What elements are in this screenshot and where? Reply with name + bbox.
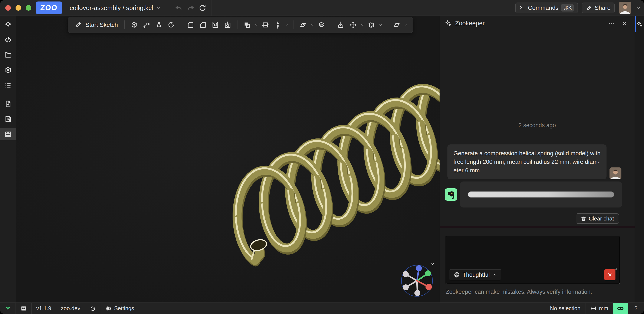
stop-generation-button[interactable] xyxy=(604,269,616,280)
help-button[interactable]: ? xyxy=(628,303,644,314)
site-link[interactable]: zoo.dev xyxy=(56,303,85,314)
pencil-icon xyxy=(74,21,82,28)
share-label: Share xyxy=(594,4,610,11)
chevron-down-icon xyxy=(430,261,435,267)
rail-tab-zookeeper[interactable] xyxy=(635,18,644,31)
pattern-button[interactable] xyxy=(366,20,377,30)
plane-button[interactable] xyxy=(392,20,402,30)
modeling-viewport[interactable]: Start Sketch xyxy=(16,16,440,302)
sidebar-divider xyxy=(0,95,16,95)
chat-composer: Thoughtful Zookeeper can make mistakes. … xyxy=(440,227,635,302)
settings-button[interactable]: Settings xyxy=(101,303,139,314)
gizmo-neg-y-handle[interactable] xyxy=(403,284,409,290)
plane-tool-dropdown-chevron[interactable] xyxy=(404,23,408,27)
pattern-dropdown-chevron[interactable] xyxy=(378,23,383,27)
minimize-window-button[interactable] xyxy=(16,5,21,11)
clear-chat-button[interactable]: Clear chat xyxy=(576,214,619,224)
panel-more-menu-button[interactable] xyxy=(606,18,616,28)
message-timestamp: 2 seconds ago xyxy=(440,122,635,129)
transform-dropdown-chevron[interactable] xyxy=(285,23,289,27)
undo-icon[interactable] xyxy=(175,4,183,12)
gizmo-menu-chevron[interactable] xyxy=(430,261,435,268)
printer-3d-icon xyxy=(4,130,12,138)
user-avatar[interactable] xyxy=(619,2,631,14)
chat-history[interactable]: 2 seconds ago Generate a compression hel… xyxy=(440,31,635,227)
machine-status-button[interactable] xyxy=(16,303,32,314)
chat-input-box[interactable]: Thoughtful xyxy=(446,236,620,284)
start-sketch-label[interactable]: Start Sketch xyxy=(86,22,118,28)
sidebar-item-logs[interactable] xyxy=(0,79,16,92)
network-health-button[interactable] xyxy=(613,303,628,314)
wifi-icon xyxy=(5,305,11,312)
loft-button[interactable] xyxy=(154,20,164,30)
gizmo-neg-x-handle[interactable] xyxy=(403,271,409,277)
user-menu-chevron-icon[interactable] xyxy=(636,5,641,11)
sidebar-item-machine[interactable] xyxy=(0,128,16,140)
app-version[interactable]: v1.1.9 xyxy=(32,303,56,314)
move-button[interactable] xyxy=(348,20,358,30)
units-label: mm xyxy=(599,305,608,312)
feature-tree-icon xyxy=(4,21,12,28)
response-loading-bar xyxy=(468,192,614,198)
chat-input[interactable] xyxy=(448,237,618,263)
helix-button[interactable] xyxy=(316,20,327,30)
zookeeper-header: Zookeeper xyxy=(440,16,635,31)
user-avatar xyxy=(610,168,622,179)
reasoning-mode-selector[interactable]: Thoughtful xyxy=(450,269,501,280)
shell-button[interactable] xyxy=(210,20,221,30)
move-dropdown-chevron[interactable] xyxy=(360,23,364,27)
zoo-logo: ZOO xyxy=(36,2,62,14)
network-status-button[interactable] xyxy=(0,303,16,314)
plane-dropdown-chevron[interactable] xyxy=(310,23,314,27)
chevron-down-icon xyxy=(360,23,364,27)
project-file-menu[interactable]: coilover-assembly / spring.kcl xyxy=(70,4,161,12)
telemetry-button[interactable] xyxy=(85,303,101,314)
sidebar-item-save-export[interactable] xyxy=(0,113,16,125)
selection-status: No selection xyxy=(546,303,585,314)
panel-close-button[interactable] xyxy=(620,18,630,28)
project-file-title: coilover-assembly / spring.kcl xyxy=(70,4,153,12)
zoom-window-button[interactable] xyxy=(26,5,31,11)
share-button[interactable]: Share xyxy=(582,2,614,13)
gizmo-y-handle[interactable] xyxy=(425,270,431,276)
orientation-gizmo[interactable] xyxy=(400,264,434,298)
ai-disclaimer: Zookeeper can make mistakes. Always veri… xyxy=(446,289,592,295)
start-sketch-button[interactable] xyxy=(72,20,83,30)
chevron-up-icon xyxy=(492,272,497,277)
sidebar-item-variables[interactable] xyxy=(0,64,16,76)
extrude-button[interactable] xyxy=(129,20,140,30)
refresh-icon[interactable] xyxy=(198,4,206,12)
chamfer-button[interactable] xyxy=(198,20,208,30)
sidebar-item-feature-tree[interactable] xyxy=(0,18,16,31)
transform-button[interactable] xyxy=(272,20,283,30)
commands-button[interactable]: Commands ⌘K xyxy=(515,2,578,13)
plane-icon xyxy=(393,21,400,28)
offset-plane-icon xyxy=(300,21,307,28)
file-download-icon xyxy=(4,100,12,108)
sidebar-item-kcl-code[interactable] xyxy=(0,34,16,46)
gizmo-neg-z-handle[interactable] xyxy=(414,290,420,296)
boolean-button[interactable] xyxy=(242,20,252,30)
sweep-icon xyxy=(143,21,150,28)
split-button[interactable] xyxy=(260,20,271,30)
sidebar-item-export[interactable] xyxy=(0,98,16,110)
revolve-icon xyxy=(168,21,175,28)
redo-icon[interactable] xyxy=(186,4,195,12)
code-icon xyxy=(4,36,12,44)
revolve-button[interactable] xyxy=(166,20,176,30)
fillet-button[interactable] xyxy=(185,20,196,30)
sweep-button[interactable] xyxy=(141,20,152,30)
boolean-dropdown-chevron[interactable] xyxy=(254,23,258,27)
units-button[interactable]: mm xyxy=(585,303,613,314)
spring-3d-model[interactable] xyxy=(16,16,440,302)
hole-button[interactable] xyxy=(222,20,233,30)
close-window-button[interactable] xyxy=(5,5,11,11)
zookeeper-avatar xyxy=(445,188,457,201)
brain-icon xyxy=(454,272,460,278)
gizmo-x-handle[interactable] xyxy=(426,284,432,290)
insert-button[interactable] xyxy=(336,20,346,30)
offset-plane-button[interactable] xyxy=(298,20,308,30)
ellipsis-icon xyxy=(608,20,614,27)
sidebar-item-project-files[interactable] xyxy=(0,49,16,61)
gizmo-z-handle[interactable] xyxy=(416,265,422,271)
